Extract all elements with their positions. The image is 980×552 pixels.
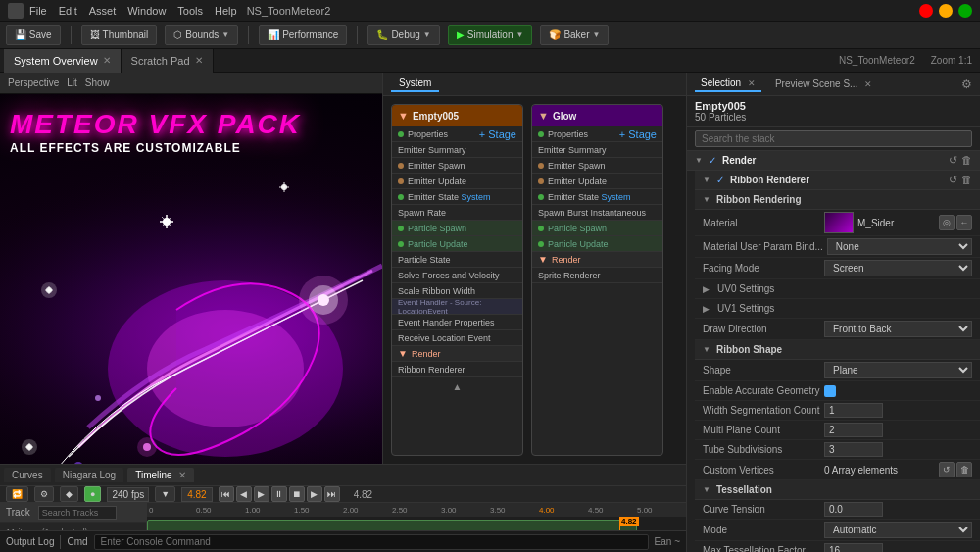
ribbon-rendering-header[interactable]: ▼ Ribbon Rendering	[695, 190, 980, 210]
menu-window[interactable]: Window	[127, 5, 166, 17]
pause-btn[interactable]: ⏸	[271, 486, 287, 502]
render-section-header[interactable]: ▼ ✓ Render ↺ 🗑	[687, 151, 980, 171]
glow-properties-row[interactable]: Properties + Stage	[532, 126, 662, 142]
menu-edit[interactable]: Edit	[59, 5, 77, 17]
maximize-btn[interactable]	[958, 4, 972, 18]
minimize-btn[interactable]	[939, 4, 953, 18]
play-btn[interactable]: ▶	[254, 486, 270, 502]
tab-curves[interactable]: Curves	[4, 468, 51, 482]
glow-add-stage-btn[interactable]: + Stage	[619, 128, 657, 140]
custom-vertices-delete-btn[interactable]: 🗑	[956, 462, 972, 477]
save-button[interactable]: 💾 Save	[6, 25, 61, 45]
fps-arrow[interactable]: ▼	[155, 486, 175, 502]
performance-button[interactable]: 📊 Performance	[259, 25, 347, 45]
multi-plane-input[interactable]	[824, 423, 883, 437]
collapse-btn1[interactable]: ▲	[392, 377, 522, 396]
close-btn[interactable]	[919, 4, 933, 18]
max-tess-input[interactable]	[824, 543, 883, 552]
ribbon-reset-icon[interactable]: ↺	[949, 174, 957, 186]
render-delete-icon[interactable]: 🗑	[961, 154, 972, 167]
ribbon-shape-header[interactable]: ▼ Ribbon Shape	[695, 340, 980, 360]
width-seg-input[interactable]	[824, 403, 883, 418]
fps-display[interactable]: 240 fps	[107, 487, 149, 502]
tab-system-overview[interactable]: System Overview ✕	[4, 49, 122, 73]
glow-particle-spawn-section[interactable]: Particle Spawn	[532, 221, 662, 236]
tab-scratch-pad-close[interactable]: ✕	[195, 55, 203, 66]
console-input[interactable]	[94, 534, 649, 550]
key-button[interactable]: ◆	[60, 486, 78, 502]
ng-tab-system[interactable]: System	[391, 75, 439, 92]
custom-vertices-reset-btn[interactable]: ↺	[939, 462, 955, 477]
receive-location-row1[interactable]: Receive Location Event	[392, 330, 522, 346]
emitter-state-row1[interactable]: Emitter State System	[392, 189, 522, 205]
facing-mode-select[interactable]: Screen	[824, 260, 972, 276]
uv1-settings-row[interactable]: ▶ UV1 Settings	[695, 299, 980, 319]
accurate-geometry-checkbox[interactable]	[824, 385, 836, 397]
particle-update-section1[interactable]: Particle Update	[392, 236, 522, 252]
glow-update-row[interactable]: Emitter Update	[532, 174, 662, 189]
playhead[interactable]: 4.82	[619, 517, 620, 530]
menu-tools[interactable]: Tools	[177, 5, 203, 17]
emitter-summary-row1[interactable]: Emitter Summary	[392, 142, 522, 158]
glow-summary-row[interactable]: Emitter Summary	[532, 142, 662, 158]
emitter-properties-row[interactable]: Properties + Stage	[392, 126, 522, 142]
shape-select[interactable]: Plane	[824, 362, 972, 378]
ribbon-renderer-row1[interactable]: Ribbon Renderer	[392, 362, 522, 377]
timeline-close-icon[interactable]: ✕	[178, 470, 186, 480]
tab-timeline[interactable]: Timeline ✕	[127, 468, 194, 482]
emitter-update-row1[interactable]: Emitter Update	[392, 174, 522, 189]
rp-tab-preview[interactable]: Preview Scene S... ✕	[769, 76, 878, 91]
glow-state-row[interactable]: Emitter State System	[532, 189, 662, 205]
tab-system-overview-close[interactable]: ✕	[103, 55, 111, 66]
spawn-rate-row1[interactable]: Spawn Rate	[392, 205, 522, 221]
render-reset-icon[interactable]: ↺	[949, 154, 957, 167]
simulation-button[interactable]: ▶ Simulation ▼	[448, 25, 533, 45]
emitter-empty005-header[interactable]: ▼ Empty005	[392, 105, 522, 126]
output-log-label[interactable]: Output Log	[6, 536, 54, 547]
uv0-settings-row[interactable]: ▶ UV0 Settings	[695, 279, 980, 299]
tessellation-header[interactable]: ▼ Tessellation	[695, 480, 980, 500]
tess-mode-select[interactable]: Automatic	[824, 522, 972, 538]
show-label[interactable]: Show	[85, 77, 110, 88]
event-hander-props-row1[interactable]: Event Hander Properties	[392, 315, 522, 330]
go-start-btn[interactable]: ⏮	[219, 486, 234, 502]
draw-direction-select[interactable]: Front to Back	[824, 321, 972, 337]
glow-sprite-renderer-row[interactable]: Sprite Renderer	[532, 268, 662, 283]
add-stage-btn[interactable]: + Stage	[479, 128, 516, 140]
rp-tab-selection[interactable]: Selection ✕	[695, 75, 761, 92]
emitter-glow-header[interactable]: ▼ Glow	[532, 105, 662, 126]
next-frame-btn[interactable]: ▶	[307, 486, 322, 502]
render-section1[interactable]: ▼ Render	[392, 346, 522, 362]
tube-subdiv-input[interactable]	[824, 442, 883, 457]
ribbon-delete-icon[interactable]: 🗑	[961, 174, 972, 186]
ribbon-renderer-header[interactable]: ▼ ✓ Ribbon Renderer ↺ 🗑	[695, 171, 980, 190]
baker-button[interactable]: 🍞 Baker ▼	[540, 25, 609, 45]
search-tracks-input[interactable]	[38, 506, 117, 520]
menu-file[interactable]: File	[29, 5, 47, 17]
glow-render-section[interactable]: ▼ Render	[532, 252, 662, 268]
tab-niagara-log[interactable]: Niagara Log	[55, 468, 123, 482]
material-apply-btn[interactable]: ←	[956, 215, 972, 230]
loop-button[interactable]: 🔁	[6, 486, 28, 502]
particle-spawn-section1[interactable]: Particle Spawn	[392, 221, 522, 236]
particle-state-row1[interactable]: Particle State	[392, 252, 522, 268]
emitter-spawn-row1[interactable]: Emitter Spawn	[392, 158, 522, 174]
menu-asset[interactable]: Asset	[89, 5, 117, 17]
panel-settings-icon[interactable]: ⚙	[961, 77, 972, 91]
timeline-ruler-area[interactable]: 0 0.50 1.00 1.50 2.00 2.50 3.00 3.50 4.0…	[147, 503, 686, 530]
bounds-button[interactable]: ⬡ Bounds ▼	[165, 25, 238, 45]
material-user-param-select[interactable]: None	[827, 238, 972, 255]
event-handler-section1[interactable]: Event Handler - Source: LocationEvent	[392, 299, 522, 315]
preview-tab-close[interactable]: ✕	[864, 79, 872, 89]
curve-tension-input[interactable]	[824, 502, 883, 517]
solve-forces-row1[interactable]: Solve Forces and Velocity	[392, 268, 522, 283]
go-end-btn[interactable]: ⏭	[324, 486, 340, 502]
record-button[interactable]: ●	[84, 486, 101, 502]
glow-particle-update-section[interactable]: Particle Update	[532, 236, 662, 252]
prev-frame-btn[interactable]: ◀	[236, 486, 252, 502]
menu-help[interactable]: Help	[215, 5, 237, 17]
material-browse-btn[interactable]: ◎	[939, 215, 955, 230]
settings-button[interactable]: ⚙	[34, 486, 54, 502]
glow-spawn-row[interactable]: Emitter Spawn	[532, 158, 662, 174]
thumbnail-button[interactable]: 🖼 Thumbnail	[81, 25, 158, 45]
